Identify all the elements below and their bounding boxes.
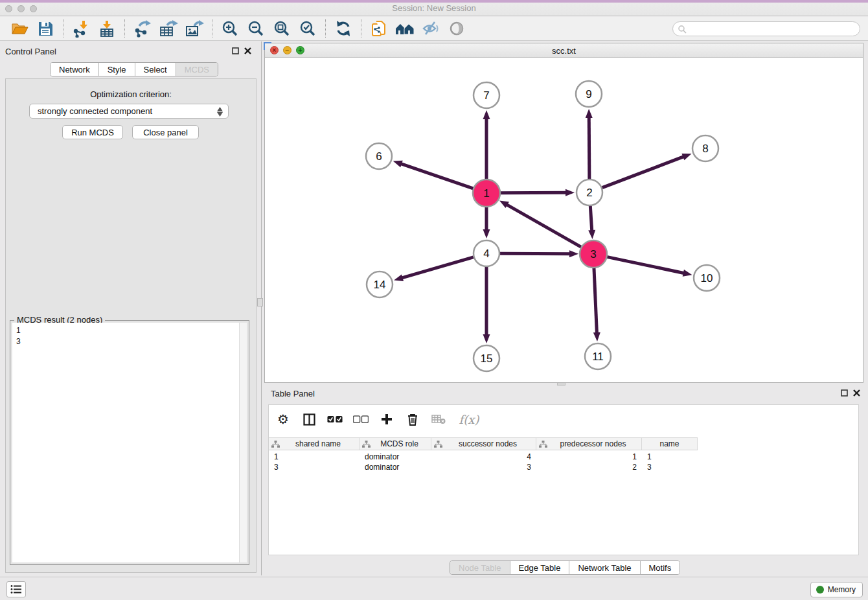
zoom-out-icon[interactable]	[245, 19, 267, 38]
first-neighbors-icon[interactable]	[394, 19, 416, 38]
column-header-shared-name[interactable]: shared name	[269, 438, 360, 450]
vertical-splitter-handle[interactable]	[257, 298, 263, 306]
run-mcds-button[interactable]: Run MCDS	[62, 125, 123, 139]
float-panel-icon[interactable]	[232, 47, 239, 54]
close-panel-icon[interactable]	[853, 389, 860, 397]
column-header-predecessor-nodes[interactable]: predecessor nodes	[536, 438, 642, 450]
clone-network-icon[interactable]	[368, 19, 390, 38]
graph-edge-2-8[interactable]	[602, 156, 685, 187]
table-panel-header-icons	[841, 389, 860, 397]
zoom-selected-icon[interactable]	[297, 19, 319, 38]
tab-edge-table[interactable]: Edge Table	[510, 561, 570, 574]
column-type-icon	[362, 441, 371, 448]
graph-edge-2-9[interactable]	[589, 117, 589, 179]
graph-node-label: 11	[592, 351, 604, 363]
tab-network[interactable]: Network	[51, 63, 99, 76]
table-panel-title: Table Panel	[271, 389, 315, 398]
graph-edge-4-3[interactable]	[500, 253, 571, 254]
toolbar-separator	[325, 19, 326, 38]
refresh-icon[interactable]	[332, 19, 354, 38]
table-row[interactable]: 3 dominator 3 2 3	[269, 462, 698, 472]
create-column-plus-icon[interactable]	[379, 411, 394, 427]
graph-edge-3-11[interactable]	[594, 268, 597, 334]
cell-predecessor-nodes[interactable]: 1	[536, 452, 642, 462]
export-network-icon[interactable]	[131, 19, 154, 38]
delete-column-trash-icon[interactable]	[405, 411, 420, 427]
mcds-result-scrollbar[interactable]	[239, 323, 247, 562]
network-window-titlebar[interactable]: × − + scc.txt	[265, 43, 863, 58]
task-history-button[interactable]	[6, 581, 26, 597]
search-input[interactable]	[672, 21, 860, 36]
graph-edge-3-10[interactable]	[607, 257, 685, 273]
graph-edge-1-6[interactable]	[400, 163, 474, 189]
cell-mcds-role[interactable]: dominator	[360, 452, 431, 462]
hide-panels-icon[interactable]	[420, 19, 442, 38]
status-bar: Memory	[0, 577, 868, 600]
graph-node-label: 4	[483, 248, 489, 260]
memory-label: Memory	[828, 585, 856, 594]
toolbar-separator	[63, 19, 63, 38]
control-panel-tabs: Network Style Select MCDS	[50, 62, 218, 76]
cell-shared-name[interactable]: 3	[269, 462, 360, 472]
network-graph[interactable]: 7968124314101511	[265, 58, 863, 382]
open-session-icon[interactable]	[8, 19, 30, 38]
titlebar-accent	[0, 0, 868, 3]
cell-successor-nodes[interactable]: 4	[431, 452, 536, 462]
cell-shared-name[interactable]: 1	[269, 452, 360, 462]
mcds-result-item[interactable]: 1	[16, 325, 240, 336]
zoom-fit-icon[interactable]	[271, 19, 293, 38]
graph-node-label: 14	[374, 279, 386, 291]
main-toolbar	[0, 17, 868, 41]
zoom-in-icon[interactable]	[219, 19, 241, 38]
delete-table-icon	[431, 411, 446, 427]
cell-predecessor-nodes[interactable]: 2	[536, 462, 642, 472]
tab-network-table[interactable]: Network Table	[569, 561, 640, 574]
show-graphics-details-icon[interactable]	[446, 19, 468, 38]
graph-edge-2-3[interactable]	[590, 206, 591, 231]
tab-node-table[interactable]: Node Table	[450, 561, 510, 574]
tab-motifs[interactable]: Motifs	[641, 561, 680, 574]
tab-select[interactable]: Select	[135, 63, 176, 76]
import-table-icon[interactable]	[96, 19, 118, 38]
close-panel-button[interactable]: Close panel	[132, 125, 199, 139]
cell-name[interactable]: 1	[642, 452, 698, 462]
cell-name[interactable]: 3	[642, 462, 698, 472]
column-header-name[interactable]: name	[642, 438, 698, 450]
column-header-successor-nodes[interactable]: successor nodes	[431, 438, 536, 450]
graph-node-label: 10	[701, 272, 713, 284]
save-session-icon[interactable]	[34, 19, 56, 38]
mcds-result-list[interactable]: 1 3	[12, 323, 240, 562]
network-canvas[interactable]: 7968124314101511	[265, 58, 863, 382]
export-image-icon[interactable]	[183, 19, 205, 38]
show-columns-icon[interactable]	[301, 411, 317, 427]
tab-style[interactable]: Style	[99, 63, 135, 76]
float-panel-icon[interactable]	[841, 389, 848, 397]
optimization-criterion-select[interactable]: strongly connected component	[29, 104, 229, 119]
graph-edge-1-2[interactable]	[500, 192, 567, 193]
mcds-result-item[interactable]: 3	[16, 336, 240, 347]
graph-edge-arrowhead	[565, 189, 575, 196]
tab-mcds[interactable]: MCDS	[176, 63, 218, 76]
graph-edge-arrowhead	[586, 109, 593, 118]
memory-button[interactable]: Memory	[810, 582, 863, 597]
toolbar-separator	[212, 19, 212, 38]
close-panel-icon[interactable]	[244, 47, 251, 54]
toolbar-separator	[361, 19, 361, 38]
table-row[interactable]: 1 dominator 4 1 1	[269, 452, 698, 462]
import-network-icon[interactable]	[70, 19, 92, 38]
table-settings-gear-icon[interactable]: ⚙	[275, 411, 291, 427]
graph-edge-3-1[interactable]	[506, 204, 581, 247]
graph-edge-arrowhead	[394, 274, 404, 281]
cell-mcds-role[interactable]: dominator	[360, 462, 431, 472]
select-all-columns-icon[interactable]	[327, 411, 343, 427]
vertical-splitter[interactable]	[261, 41, 262, 575]
graph-edge-4-14[interactable]	[402, 257, 474, 278]
unselect-all-columns-icon[interactable]	[353, 411, 369, 427]
cell-successor-nodes[interactable]: 3	[431, 462, 536, 472]
column-header-mcds-role[interactable]: MCDS role	[360, 438, 431, 450]
graph-edge-arrowhead	[588, 230, 595, 239]
graph-edge-arrowhead	[483, 334, 490, 343]
graph-node-label: 15	[481, 352, 493, 365]
table-tabs: Node Table Edge Table Network Table Moti…	[450, 560, 680, 575]
export-table-icon[interactable]	[157, 19, 179, 38]
